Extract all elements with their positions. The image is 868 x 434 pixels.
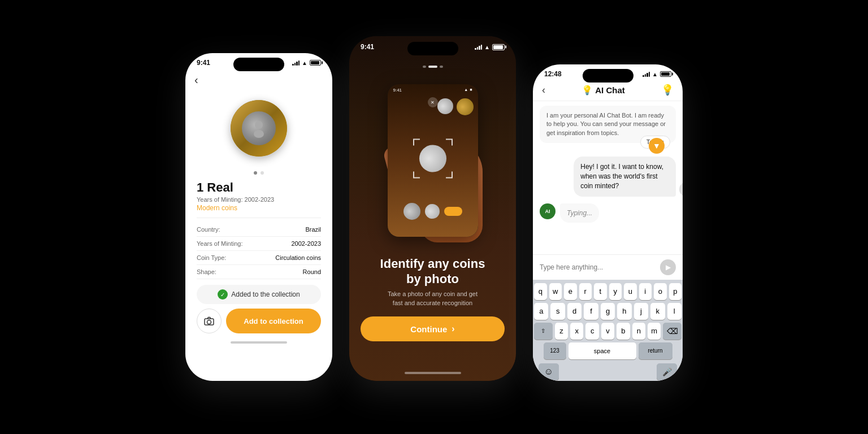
user-bubble-1: Hey! I got it. I want to know, when was … [574,157,676,196]
detail-years: Years of Minting: 2002-2023 [197,237,321,251]
battery-icon-2 [492,44,505,50]
inner-coin-silver [437,98,453,114]
continue-label: Continue [410,324,447,334]
bottom-buttons: Add to collection [197,309,321,339]
svg-point-0 [255,121,263,129]
key-r[interactable]: r [579,283,592,300]
send-button[interactable]: ▶ [660,259,676,275]
added-text: Added to the collection [231,290,300,298]
key-numbers[interactable]: 123 [544,342,566,359]
coin-years: Years of Minting: 2002-2023 [197,196,321,203]
value-country: Brazil [305,226,321,233]
keyboard-row-3: ⇧ z x c v b n m ⌫ [534,323,682,340]
key-space[interactable]: space [568,342,636,359]
bulb-right-icon[interactable]: 💡 [661,84,674,96]
keyboard-row-4: 123 space return [534,342,682,359]
key-p[interactable]: p [669,283,682,300]
phone-3: 12:48 ▲ ‹ 💡 AI Chat [533,64,683,381]
key-z[interactable]: z [555,323,568,340]
scroll-down-button[interactable]: ▼ [649,138,665,154]
key-m[interactable]: m [648,323,661,340]
phones-container: 9:41 ▲ ‹ [0,0,868,434]
camera-screen: 9:41 ▲ [349,36,516,381]
ai-bubble-1: Typing... [560,203,599,223]
key-u[interactable]: u [624,283,637,300]
add-collection-button[interactable]: Add to collection [226,309,321,333]
key-x[interactable]: x [570,323,583,340]
added-badge: ✓ Added to the collection [197,285,321,304]
key-return[interactable]: return [639,342,672,359]
signal-icon-3 [643,71,650,77]
key-q[interactable]: q [534,283,547,300]
pill-indicators [423,66,443,68]
inner-bottom-coins [403,203,462,220]
key-l[interactable]: l [667,303,682,320]
key-b[interactable]: b [617,323,630,340]
typing-text: Typing... [567,209,592,217]
key-t[interactable]: t [594,283,607,300]
coin-category[interactable]: Modern coins [197,204,321,212]
bulb-left-icon: 💡 [581,85,593,96]
coin-details-table: Country: Brazil Years of Minting: 2002-2… [197,218,321,279]
key-c[interactable]: c [585,323,598,340]
camera-button[interactable] [197,309,222,333]
dot-1 [254,171,257,175]
key-o[interactable]: o [654,283,667,300]
key-h[interactable]: h [617,303,631,320]
dynamic-island-3 [583,69,633,83]
inner-close-btn: ✕ [428,97,438,107]
key-f[interactable]: f [584,303,598,320]
key-y[interactable]: y [609,283,622,300]
chat-title: AI Chat [595,85,625,95]
coin-name: 1 Real [197,180,321,195]
key-e[interactable]: e [564,283,577,300]
identify-title: Identify any coinsby photo [361,257,505,287]
svg-point-1 [254,130,264,138]
key-s[interactable]: s [550,303,565,320]
label-type: Coin Type: [197,254,226,261]
key-k[interactable]: k [650,303,665,320]
dot-2 [261,171,264,175]
key-backspace[interactable]: ⌫ [663,323,682,340]
pill-2 [428,66,437,68]
continue-button[interactable]: Continue › [361,316,505,341]
check-icon: ✓ [218,289,228,300]
inner-top-coins [437,98,474,115]
key-d[interactable]: d [567,303,581,320]
battery-icon-1 [310,60,321,66]
key-v[interactable]: v [601,323,614,340]
user-message-text: Hey! I got it. I want to know, when was … [580,163,663,190]
key-g[interactable]: g [601,303,615,320]
status-icons-2: ▲ [475,44,505,50]
inner-icons: ▲ ■ [464,88,472,93]
key-shift[interactable]: ⇧ [534,323,553,340]
label-shape: Shape: [197,268,216,275]
mic-key[interactable]: 🎤 [657,363,677,380]
chat-input[interactable] [540,263,656,271]
wifi-icon-1: ▲ [302,60,307,66]
key-j[interactable]: j [634,303,648,320]
back-button-1[interactable]: ‹ [194,73,198,86]
svg-point-3 [207,320,211,324]
key-w[interactable]: w [549,283,562,300]
battery-icon-3 [660,71,671,77]
time-1: 9:41 [197,59,210,67]
key-n[interactable]: n [632,323,645,340]
value-type: Circulation coins [275,254,321,261]
status-icons-3: ▲ [643,71,671,77]
inner-coin-gold [457,98,474,115]
key-a[interactable]: a [534,303,548,320]
detail-type: Coin Type: Circulation coins [197,251,321,265]
emoji-key[interactable]: ☺ [539,363,559,380]
scan-corner-br [446,172,453,179]
inner-phone: 9:41 ▲ ■ ✕ [388,84,478,237]
phone-1: 9:41 ▲ ‹ [185,53,332,381]
time-2: 9:41 [361,43,374,51]
ai-message-1: AI Typing... [540,203,676,223]
scan-corner-tr [446,139,453,146]
key-i[interactable]: i [639,283,652,300]
coin-dots [185,171,332,175]
back-button-3[interactable]: ‹ [542,84,545,96]
chat-messages: Hey! I got it. I want to know, when was … [533,147,683,254]
value-years: 2002-2023 [291,240,321,247]
